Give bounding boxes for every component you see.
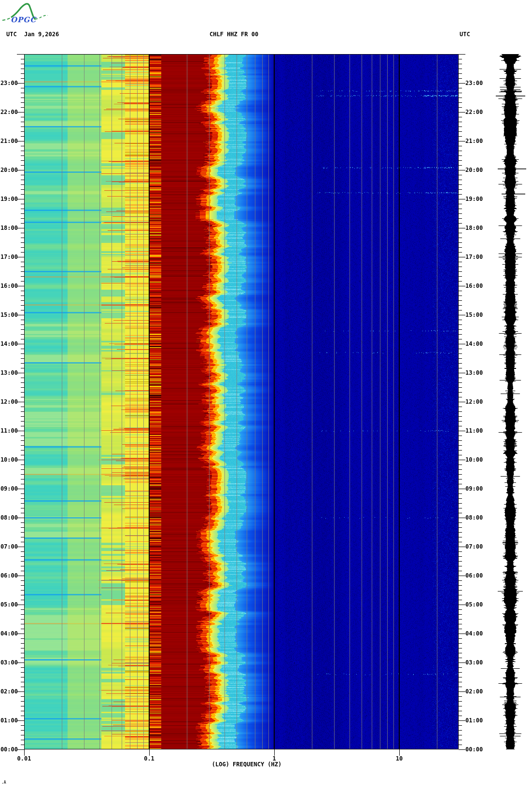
hour-label-left-19:00: 19:00: [0, 196, 18, 202]
hour-label-left-00:00: 00:00: [0, 746, 18, 753]
x-tick-label-0.1: 0.1: [130, 755, 168, 762]
hour-label-left-16:00: 16:00: [0, 282, 18, 289]
hour-label-left-09:00: 09:00: [0, 485, 18, 492]
utc-left-label: UTC: [6, 31, 17, 38]
x-axis-label: (LOG) FREQUENCY (HZ): [208, 761, 285, 768]
hour-label-left-22:00: 22:00: [0, 109, 18, 115]
hour-label-right-20:00: 20:00: [465, 167, 483, 173]
hour-label-left-10:00: 10:00: [0, 456, 18, 463]
hour-label-left-02:00: 02:00: [0, 688, 18, 695]
hour-label-right-04:00: 04:00: [465, 630, 483, 637]
spectrogram-plot-canvas: [0, 0, 532, 789]
x-tick-label-0.01: 0.01: [5, 755, 43, 762]
hour-label-right-18:00: 18:00: [465, 225, 483, 231]
opgc-logo: OPGC: [1, 1, 54, 25]
hour-label-right-09:00: 09:00: [465, 485, 483, 492]
spectrogram-page: OPGC UTC Jan 9,2026 CHLF HHZ FR 00 UTC 0…: [0, 0, 532, 789]
hour-label-right-02:00: 02:00: [465, 688, 483, 695]
hour-label-right-22:00: 22:00: [465, 109, 483, 115]
hour-label-left-12:00: 12:00: [0, 398, 18, 405]
hour-label-right-06:00: 06:00: [465, 572, 483, 579]
hour-label-left-23:00: 23:00: [0, 80, 18, 86]
hour-label-left-06:00: 06:00: [0, 572, 18, 579]
hour-label-right-11:00: 11:00: [465, 427, 483, 434]
hour-label-right-14:00: 14:00: [465, 340, 483, 347]
hour-label-left-08:00: 08:00: [0, 514, 18, 521]
logo-curve-left-dash: [2, 17, 11, 20]
x-tick-label-10: 10: [380, 755, 419, 762]
hour-label-left-04:00: 04:00: [0, 630, 18, 637]
hour-label-right-01:00: 01:00: [465, 717, 483, 724]
hour-label-right-10:00: 10:00: [465, 456, 483, 463]
hour-label-left-01:00: 01:00: [0, 717, 18, 724]
hour-label-left-03:00: 03:00: [0, 659, 18, 666]
hour-label-left-11:00: 11:00: [0, 427, 18, 434]
hour-label-right-15:00: 15:00: [465, 311, 483, 318]
hour-label-right-00:00: 00:00: [465, 746, 483, 753]
hour-label-left-21:00: 21:00: [0, 138, 18, 144]
hour-label-left-17:00: 17:00: [0, 254, 18, 260]
hour-label-right-08:00: 08:00: [465, 514, 483, 521]
logo-curve-right-dash: [35, 15, 48, 19]
corner-footnote: .A: [1, 780, 6, 785]
hour-label-right-07:00: 07:00: [465, 543, 483, 550]
hour-label-right-19:00: 19:00: [465, 196, 483, 202]
hour-label-left-15:00: 15:00: [0, 311, 18, 318]
date-label: Jan 9,2026: [24, 31, 59, 38]
hour-label-right-13:00: 13:00: [465, 369, 483, 376]
hour-label-left-20:00: 20:00: [0, 167, 18, 173]
utc-right-label: UTC: [460, 31, 470, 38]
hour-label-right-03:00: 03:00: [465, 659, 483, 666]
hour-label-right-05:00: 05:00: [465, 601, 483, 608]
hour-label-right-17:00: 17:00: [465, 254, 483, 260]
hour-label-left-13:00: 13:00: [0, 369, 18, 376]
hour-label-right-16:00: 16:00: [465, 282, 483, 289]
hour-label-left-05:00: 05:00: [0, 601, 18, 608]
plot-title: CHLF HHZ FR 00: [210, 31, 258, 38]
hour-label-left-14:00: 14:00: [0, 340, 18, 347]
hour-label-left-07:00: 07:00: [0, 543, 18, 550]
hour-label-left-18:00: 18:00: [0, 225, 18, 231]
hour-label-right-12:00: 12:00: [465, 398, 483, 405]
logo-text: OPGC: [11, 15, 37, 24]
hour-label-right-23:00: 23:00: [465, 80, 483, 86]
hour-label-right-21:00: 21:00: [465, 138, 483, 144]
